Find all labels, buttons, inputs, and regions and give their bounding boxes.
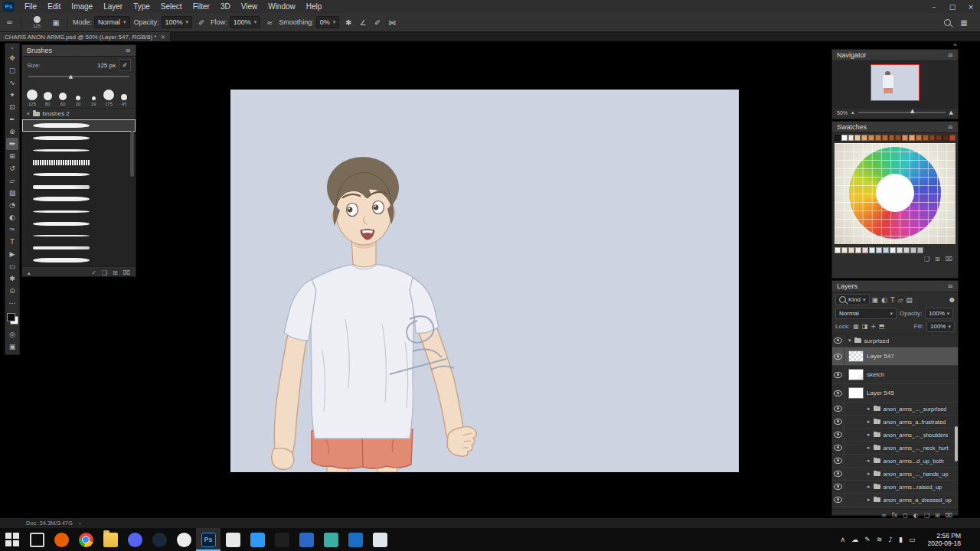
visibility-eye-icon[interactable] [834, 484, 842, 490]
taskbar-app-discord[interactable] [122, 528, 147, 551]
delete-brush-icon[interactable]: ⌧ [123, 269, 130, 276]
lock-paint-icon[interactable]: ◨ [862, 323, 868, 330]
brush-stroke-item[interactable] [22, 119, 136, 132]
quick-selection-icon[interactable]: ✦ [6, 89, 18, 101]
airbrush-icon[interactable]: ≈ [264, 18, 275, 27]
menu-item[interactable]: Image [66, 2, 98, 11]
search-icon[interactable] [944, 19, 951, 26]
slider-thumb[interactable]: ▲ [69, 73, 73, 80]
color-swatch[interactable] [895, 135, 901, 141]
color-swatch[interactable] [923, 135, 929, 141]
taskbar-app-steam[interactable] [147, 528, 172, 551]
maximize-button[interactable]: □ [943, 3, 962, 11]
visibility-eye-icon[interactable] [834, 432, 842, 438]
brush-preset[interactable]: 20 [71, 83, 85, 106]
slider-thumb[interactable]: ▲ [910, 108, 914, 114]
menu-item[interactable]: 3D [215, 2, 236, 11]
taskbar-app-chrome[interactable] [74, 528, 98, 551]
filter-type-icon[interactable]: T [890, 296, 895, 304]
opacity-select[interactable]: 100% ▾ [162, 16, 193, 28]
navigator-header[interactable]: Navigator ≡ [832, 50, 958, 61]
color-swatch[interactable] [835, 247, 841, 253]
color-swatch[interactable] [854, 135, 861, 141]
layers-header[interactable]: Layers ≡ [832, 281, 958, 292]
smoothing-options-gear-icon[interactable]: ✱ [343, 18, 354, 27]
color-swatch[interactable] [889, 135, 895, 141]
panel-menu-icon[interactable]: ≡ [125, 47, 131, 54]
smudge-tool-icon[interactable]: ◔ [6, 199, 18, 211]
symmetry-icon[interactable]: ⋈ [387, 18, 397, 27]
onedrive-icon[interactable]: ☁ [851, 536, 858, 543]
visibility-eye-icon[interactable] [834, 419, 842, 425]
brush-angle-icon[interactable]: ∠ [358, 18, 368, 27]
brush-stroke-item[interactable] [22, 230, 136, 242]
color-swatch[interactable] [869, 247, 875, 253]
disclosure-arrow-icon[interactable]: ▸ [867, 406, 871, 412]
color-swatch[interactable] [875, 135, 881, 141]
rectangular-marquee-icon[interactable]: ▢ [6, 64, 18, 77]
color-swatch[interactable] [882, 135, 888, 141]
disclosure-arrow-icon[interactable]: ▾ [848, 337, 851, 344]
menu-item[interactable]: Edit [42, 2, 66, 11]
brush-stroke-item[interactable] [22, 168, 136, 181]
color-swatch[interactable] [868, 135, 874, 141]
foreground-background-colors[interactable] [7, 313, 18, 324]
new-brush-group-icon[interactable]: ❑ [102, 269, 107, 276]
pressure-size-icon[interactable]: ✐ [372, 18, 383, 27]
color-swatch[interactable] [917, 247, 923, 253]
brush-preset[interactable]: 45 [117, 83, 131, 106]
network-icon[interactable]: ≋ [877, 536, 883, 543]
disclosure-arrow-icon[interactable]: ▸ [867, 432, 871, 438]
brush-size-value[interactable]: 125 px [97, 62, 116, 69]
healing-brush-icon[interactable]: ⊕ [6, 126, 18, 138]
visibility-eye-icon[interactable] [834, 497, 842, 503]
visibility-eye-icon[interactable] [834, 337, 842, 344]
document-tab[interactable]: CHARS ANON ARMS.psd @ 50% (Layer 547, RG… [0, 32, 171, 41]
taskbar-app-mail[interactable] [294, 528, 318, 551]
layer-group-row[interactable]: ▸anon_arms...raised_up [832, 481, 958, 494]
shape-tool-icon[interactable]: ▭ [6, 260, 18, 272]
layer-row[interactable]: Layer 545 [832, 384, 958, 403]
layers-scrollbar[interactable] [955, 426, 958, 461]
new-brush-icon[interactable]: ⊞ [113, 269, 118, 276]
eyedropper-icon[interactable]: ✒ [6, 113, 18, 126]
collapse-tools-icon[interactable]: » [11, 45, 14, 52]
brush-group-row[interactable]: ▾ brushes 2 [22, 109, 136, 119]
layer-group-row[interactable]: ▾surprised [832, 334, 958, 347]
brush-stroke-item[interactable] [22, 156, 136, 168]
workspace-switcher-icon[interactable]: ▦ [959, 18, 969, 27]
brush-stroke-item[interactable] [22, 144, 136, 156]
swatches-header[interactable]: Swatches ≡ [832, 122, 958, 133]
brush-preset[interactable]: 19 [87, 83, 100, 106]
layer-group-row[interactable]: ▸anon_arms_..._shoulders [832, 429, 958, 442]
gradient-tool-icon[interactable]: ▨ [6, 187, 18, 199]
lock-transparency-icon[interactable]: ▦ [853, 323, 859, 330]
taskbar-app-photos[interactable] [318, 528, 343, 551]
taskbar-app-photoshop[interactable]: Ps [196, 528, 220, 551]
layer-thumbnail[interactable] [848, 387, 864, 399]
delete-swatch-icon[interactable]: ⌧ [946, 256, 952, 262]
color-swatch[interactable] [876, 247, 882, 253]
filter-smart-object-icon[interactable]: ▤ [906, 296, 913, 304]
taskbar-app-sticky-notes[interactable] [220, 528, 245, 551]
layer-opacity-select[interactable]: 100% ▾ [925, 308, 953, 319]
visibility-eye-icon[interactable] [834, 471, 842, 477]
color-swatch[interactable] [942, 135, 949, 141]
color-swatch[interactable] [848, 247, 854, 253]
zoom-out-icon[interactable]: ▴ [851, 109, 854, 116]
layer-group-row[interactable]: ▸anon_arms_a_dressed_up [832, 494, 958, 507]
toggle-brush-panel-icon[interactable]: ▣ [51, 18, 61, 27]
color-swatch[interactable] [835, 135, 841, 141]
brush-stroke-item[interactable] [22, 205, 136, 217]
new-swatch-icon[interactable]: ⊞ [935, 256, 940, 262]
flow-select[interactable]: 100% ▾ [230, 16, 261, 28]
disclosure-arrow-icon[interactable]: ▸ [867, 458, 871, 464]
layer-thumbnail[interactable] [848, 369, 864, 380]
navigator-zoom-slider[interactable]: ▲ [858, 112, 946, 113]
navigator-proxy-view[interactable] [871, 64, 920, 101]
color-swatch[interactable] [909, 135, 915, 141]
brush-preset[interactable]: 175 [102, 83, 116, 106]
layer-blend-mode-select[interactable]: Normal ▾ [835, 308, 897, 319]
lasso-tool-icon[interactable]: ∿ [6, 77, 18, 89]
battery-icon[interactable]: ▮ [899, 536, 903, 543]
